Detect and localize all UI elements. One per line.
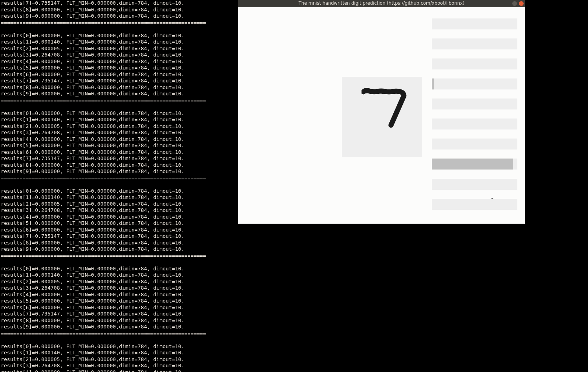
probability-bar-5	[432, 119, 517, 129]
probability-bar-0	[432, 18, 517, 29]
probability-bar-2	[432, 58, 517, 69]
probability-bar-3	[432, 78, 517, 89]
mnist-prediction-window: The mnist handwritten digit prediction (…	[238, 0, 525, 224]
probability-bar-4	[432, 98, 517, 109]
probability-bar-9	[432, 199, 517, 210]
drawing-canvas[interactable]	[342, 77, 422, 157]
probability-bar-1	[432, 38, 517, 49]
terminal-output: results[7]=0.735147, FLT_MIN=0.000000,di…	[0, 0, 239, 372]
drawn-digit-seven	[362, 88, 409, 131]
minimize-icon[interactable]	[512, 1, 517, 6]
svg-point-12	[399, 90, 404, 95]
close-icon[interactable]	[519, 1, 524, 6]
probability-bar-7	[432, 159, 517, 170]
probability-bar-8	[432, 179, 517, 190]
probability-bar-6	[432, 139, 517, 150]
window-title: The mnist handwritten digit prediction (…	[299, 0, 465, 6]
window-titlebar[interactable]: The mnist handwritten digit prediction (…	[238, 0, 525, 7]
